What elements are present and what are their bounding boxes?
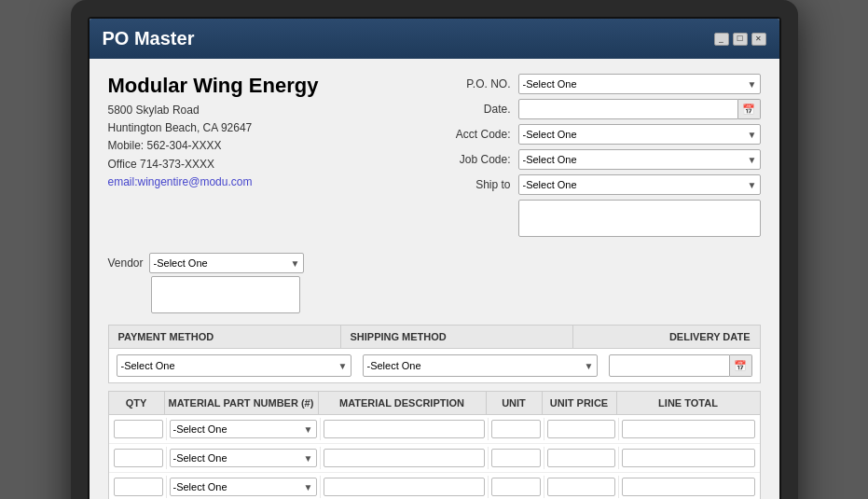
unit-input-3[interactable] bbox=[491, 478, 541, 496]
td-unit-3 bbox=[489, 476, 544, 498]
shipping-select-group: -Select One ▼ bbox=[363, 354, 598, 377]
job-code-row: Job Code: -Select One ▼ bbox=[444, 149, 761, 170]
td-unit-1 bbox=[489, 418, 544, 440]
po-no-label: P.O. NO. bbox=[444, 77, 518, 90]
window-title: PO Master bbox=[103, 28, 195, 49]
maximize-button[interactable]: ☐ bbox=[733, 33, 748, 46]
ship-to-select-wrapper: -Select One ▼ bbox=[518, 174, 761, 195]
desc-input-3[interactable] bbox=[324, 478, 485, 496]
td-ltotal-3 bbox=[619, 476, 758, 498]
acct-code-label: Acct Code: bbox=[444, 128, 518, 141]
ship-to-label: Ship to bbox=[444, 178, 518, 191]
part-select-1[interactable]: -Select One bbox=[170, 420, 317, 438]
th-desc: MATERIAL DESCRIPTION bbox=[319, 392, 487, 414]
th-part: MATERIAL PART NUMBER (#) bbox=[165, 392, 319, 414]
td-part-2: -Select One ▼ bbox=[167, 447, 321, 469]
desc-input-1[interactable] bbox=[324, 420, 485, 438]
vendor-group: Vendor -Select One ▼ bbox=[108, 253, 304, 313]
company-info: Modular Wing Energy 5800 Skylab Road Hun… bbox=[108, 74, 444, 242]
table-row: -Select One ▼ bbox=[109, 473, 760, 499]
td-uprice-3 bbox=[544, 476, 619, 498]
date-label: Date. bbox=[444, 103, 518, 116]
td-qty-3 bbox=[111, 476, 167, 498]
vendor-label: Vendor bbox=[108, 256, 144, 270]
td-desc-2 bbox=[321, 447, 489, 469]
table-section: QTY MATERIAL PART NUMBER (#) MATERIAL DE… bbox=[108, 391, 761, 499]
ltotal-input-3[interactable] bbox=[622, 478, 755, 496]
delivery-date-header: DELIVERY DATE bbox=[573, 326, 760, 348]
po-form-right: P.O. NO. -Select One ▼ Date. 📅 bbox=[444, 74, 761, 242]
ltotal-input-1[interactable] bbox=[622, 420, 755, 438]
th-qty: QTY bbox=[109, 392, 165, 414]
ship-to-notes[interactable] bbox=[518, 200, 761, 237]
qty-input-2[interactable] bbox=[114, 449, 163, 467]
delivery-calendar-button[interactable]: 📅 bbox=[730, 354, 752, 377]
date-calendar-button[interactable]: 📅 bbox=[738, 99, 761, 119]
table-row: -Select One ▼ bbox=[109, 415, 760, 444]
company-email[interactable]: email:wingentire@modu.com bbox=[108, 175, 253, 188]
unit-input-1[interactable] bbox=[491, 420, 541, 438]
date-row: Date. 📅 bbox=[444, 99, 761, 119]
qty-input-3[interactable] bbox=[114, 478, 163, 496]
payment-select[interactable]: -Select One bbox=[117, 354, 351, 377]
ltotal-input-2[interactable] bbox=[622, 449, 755, 467]
po-no-select[interactable]: -Select One bbox=[518, 74, 761, 94]
vendor-select[interactable]: -Select One bbox=[149, 253, 304, 273]
payment-method-header: PAYMENT METHOD bbox=[109, 326, 341, 348]
date-input[interactable] bbox=[518, 99, 738, 119]
vendor-select-wrapper: -Select One ▼ bbox=[149, 253, 304, 273]
td-desc-3 bbox=[321, 476, 489, 498]
po-no-select-wrapper: -Select One ▼ bbox=[518, 74, 761, 94]
ship-to-notes-row bbox=[444, 200, 761, 237]
td-part-3: -Select One ▼ bbox=[167, 476, 321, 498]
vendor-section: Vendor -Select One ▼ bbox=[108, 253, 761, 313]
po-no-row: P.O. NO. -Select One ▼ bbox=[444, 74, 761, 94]
td-unit-2 bbox=[489, 447, 544, 469]
uprice-input-3[interactable] bbox=[547, 478, 615, 496]
qty-input-1[interactable] bbox=[114, 420, 163, 438]
table-row: -Select One ▼ bbox=[109, 444, 760, 473]
close-button[interactable]: ✕ bbox=[751, 33, 766, 46]
date-wrapper: 📅 bbox=[518, 99, 761, 119]
job-code-select[interactable]: -Select One bbox=[518, 149, 761, 170]
laptop-screen: PO Master ⎯ ☐ ✕ Modular Wing Energy 5800… bbox=[88, 17, 781, 499]
ship-to-select[interactable]: -Select One bbox=[518, 174, 761, 195]
uprice-input-1[interactable] bbox=[547, 420, 615, 438]
td-qty-1 bbox=[111, 418, 167, 440]
methods-body: -Select One ▼ -Select One ▼ 📅 bbox=[109, 349, 760, 382]
uprice-input-2[interactable] bbox=[547, 449, 615, 467]
td-desc-1 bbox=[321, 418, 489, 440]
methods-header: PAYMENT METHOD SHIPPING METHOD DELIVERY … bbox=[109, 326, 760, 349]
company-name: Modular Wing Energy bbox=[108, 74, 444, 98]
shipping-select[interactable]: -Select One bbox=[363, 354, 598, 377]
part-select-wrapper-2: -Select One ▼ bbox=[170, 449, 317, 467]
desc-input-2[interactable] bbox=[324, 449, 485, 467]
delivery-date-input[interactable] bbox=[609, 354, 730, 377]
th-unit: UNIT bbox=[487, 392, 543, 414]
job-code-select-wrapper: -Select One ▼ bbox=[518, 149, 761, 170]
td-qty-2 bbox=[111, 447, 167, 469]
delivery-group: 📅 bbox=[609, 354, 752, 377]
td-ltotal-2 bbox=[619, 447, 758, 469]
shipping-method-header: SHIPPING METHOD bbox=[341, 326, 573, 348]
part-select-2[interactable]: -Select One bbox=[170, 449, 317, 467]
part-select-3[interactable]: -Select One bbox=[170, 478, 317, 496]
window-titlebar: PO Master ⎯ ☐ ✕ bbox=[90, 19, 779, 59]
part-select-wrapper-3: -Select One ▼ bbox=[170, 478, 317, 496]
company-office: Office 714-373-XXXX bbox=[108, 156, 444, 173]
minimize-button[interactable]: ⎯ bbox=[714, 33, 729, 46]
th-uprice: UNIT PRICE bbox=[543, 392, 617, 414]
job-code-label: Job Code: bbox=[444, 153, 518, 166]
td-ltotal-1 bbox=[619, 418, 758, 440]
unit-input-2[interactable] bbox=[491, 449, 541, 467]
part-select-wrapper-1: -Select One ▼ bbox=[170, 420, 317, 438]
vendor-notes[interactable] bbox=[151, 276, 300, 313]
table-header: QTY MATERIAL PART NUMBER (#) MATERIAL DE… bbox=[109, 392, 760, 415]
th-ltotal: LINE TOTAL bbox=[617, 392, 760, 414]
acct-code-select-wrapper: -Select One ▼ bbox=[518, 124, 761, 145]
acct-code-select[interactable]: -Select One bbox=[518, 124, 761, 145]
vendor-row: Vendor -Select One ▼ bbox=[108, 253, 304, 273]
address-line1: 5800 Skylab Road bbox=[108, 102, 444, 119]
laptop-shell: PO Master ⎯ ☐ ✕ Modular Wing Energy 5800… bbox=[71, 0, 798, 499]
company-mobile: Mobile: 562-304-XXXX bbox=[108, 137, 444, 155]
